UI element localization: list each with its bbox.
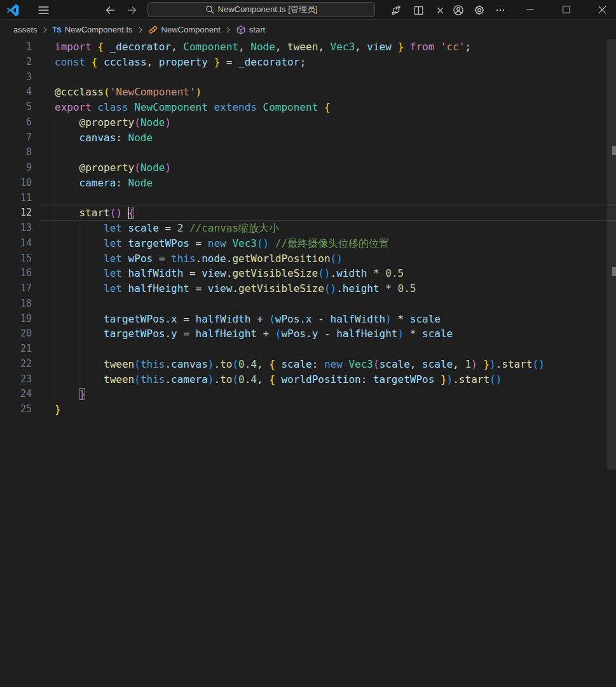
code-token [122,282,128,295]
line-number[interactable]: 20 [0,326,32,342]
line-number[interactable]: 6 [0,115,32,130]
account-icon[interactable] [450,3,467,18]
line-number[interactable]: 4 [0,85,32,100]
close-editor-icon[interactable] [432,3,448,18]
line-number[interactable]: 25 [0,402,32,417]
code-token: worldPosition [275,373,361,385]
menu-icon[interactable] [35,3,51,18]
code-line-6[interactable]: 6 @property(Node) [0,115,616,130]
code-line-9[interactable]: 9 @property(Node) [0,160,616,176]
command-center-search[interactable]: NewComponent.ts [管理员] [147,2,375,17]
code-token: . [214,373,220,385]
code-token: targetWPos [128,237,189,249]
back-arrow-icon[interactable] [102,3,118,18]
code-token: ) [196,86,202,98]
line-number[interactable]: 18 [0,296,32,312]
code-line-16[interactable]: 16 let halfWidth = view.getVisibleSize()… [0,266,616,281]
search-icon [205,5,214,14]
code-line-2[interactable]: 2const { ccclass, property } = _decorato… [0,55,616,70]
code-line-8[interactable]: 8 [0,145,616,160]
code-token: ( [232,373,238,385]
line-number[interactable]: 19 [0,312,32,327]
code-line-14[interactable]: 14 let targetWPos = new Vec3() //最终摄像头位移… [0,236,616,251]
code-line-20[interactable]: 20 targetWPos.y = halfHeight + (wPos.y -… [0,326,616,342]
breadcrumb-item-assets[interactable]: assets [13,25,38,34]
code-line-15[interactable]: 15 let wPos = this.node.getWorldPosition… [0,251,616,267]
line-number[interactable]: 22 [0,357,32,372]
scrollbar-slider[interactable] [607,39,616,469]
code-text [32,145,55,160]
code-line-4[interactable]: 4@ccclass('NewComponent') [0,85,616,100]
code-line-11[interactable]: 11 [0,191,616,206]
code-line-10[interactable]: 10 camera: Node [0,176,616,191]
code-token: Vec3 [324,41,355,53]
settings-gear-icon[interactable] [471,3,488,18]
code-line-13[interactable]: 13 let scale = 2 //canvas缩放大小 [0,221,616,236]
code-token: @property [79,162,135,174]
code-line-3[interactable]: 3 [0,70,616,85]
line-number[interactable]: 14 [0,236,32,251]
line-number[interactable]: 17 [0,281,32,296]
code-line-23[interactable]: 23 tween(this.camera).to(0.4, { worldPos… [0,372,616,387]
code-line-12[interactable]: 12 start() { [0,205,616,221]
line-number[interactable]: 9 [0,160,32,176]
forward-arrow-icon[interactable] [124,3,139,18]
code-token: ( [257,237,263,249]
code-line-17[interactable]: 17 let halfHeight = view.getVisibleSize(… [0,281,616,296]
code-token: . [232,282,238,295]
code-line-25[interactable]: 25} [0,402,616,417]
code-token [128,101,135,113]
close-button[interactable] [588,0,616,19]
code-token: = [183,267,202,279]
code-text: @property(Node) [32,115,171,130]
line-number[interactable]: 1 [0,39,32,55]
minimize-button[interactable] [516,0,545,19]
code-token: ) [385,313,392,325]
code-line-22[interactable]: 22 tween(this.canvas).to(0.4, { scale: n… [0,357,616,372]
code-token: scale [380,358,410,370]
code-line-21[interactable]: 21 [0,342,616,357]
line-number[interactable]: 10 [0,176,32,191]
breadcrumb-item-newcomponent[interactable]: NewComponent [148,25,221,35]
code-token: . [299,313,306,325]
code-token: . [496,358,502,370]
code-line-18[interactable]: 18 [0,296,616,312]
line-number[interactable]: 24 [0,387,32,402]
code-line-24[interactable]: 24 } [0,387,616,402]
line-number[interactable]: 12 [0,205,32,221]
code-editor[interactable]: 1import { _decorator, Component, Node, t… [0,39,616,687]
line-number[interactable]: 8 [0,145,32,160]
line-number[interactable]: 2 [0,55,32,70]
swap-arrows-icon[interactable] [388,3,404,18]
maximize-button[interactable] [552,0,581,19]
code-token: start [459,373,489,385]
code-token [183,222,189,234]
line-number[interactable]: 11 [0,191,32,206]
code-token: Component [263,101,318,113]
code-token: . [453,373,459,385]
line-number[interactable]: 15 [0,251,32,267]
text-cursor [128,207,129,219]
line-number[interactable]: 7 [0,130,32,146]
code-token [343,358,349,370]
breadcrumb-item-start[interactable]: start [236,25,265,35]
line-number[interactable]: 13 [0,221,32,236]
code-line-5[interactable]: 5export class NewComponent extends Compo… [0,100,616,115]
line-number[interactable]: 3 [0,70,32,85]
code-line-19[interactable]: 19 targetWPos.x = halfWidth + (wPos.x - … [0,312,616,327]
code-token: , [257,358,269,370]
line-number[interactable]: 21 [0,342,32,357]
line-number[interactable]: 16 [0,266,32,281]
editor-scrollbar[interactable] [607,39,616,687]
split-editor-icon[interactable] [410,3,427,18]
line-number[interactable]: 23 [0,372,32,387]
code-line-1[interactable]: 1import { _decorator, Component, Node, t… [0,39,616,55]
code-token: * [404,328,422,340]
breadcrumb-item-newcomponent-ts[interactable]: TSNewComponent.ts [53,25,133,34]
code-token: export [55,101,92,113]
more-actions-icon[interactable] [492,3,509,18]
line-number[interactable]: 5 [0,100,32,115]
code-line-7[interactable]: 7 canvas: Node [0,130,616,146]
code-token [434,373,441,385]
code-token: { [324,101,331,113]
